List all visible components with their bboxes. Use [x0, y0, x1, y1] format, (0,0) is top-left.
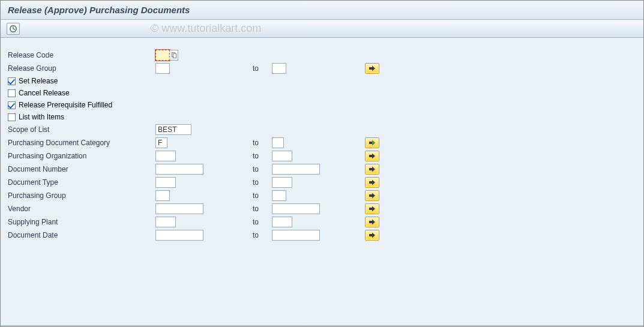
to-label: to [253, 165, 272, 173]
row-set-release: Set Release [7, 75, 637, 87]
execute-button[interactable] [7, 23, 20, 35]
label-release-group: Release Group [7, 64, 155, 73]
doc-number-from-input[interactable] [155, 164, 203, 175]
label-supplying-plant: Supplying Plant [7, 218, 155, 226]
svg-rect-4 [173, 53, 176, 58]
release-group-from-input[interactable] [155, 63, 170, 74]
label-scope-of-list: Scope of List [7, 125, 155, 134]
arrow-right-icon [369, 153, 376, 159]
purch-org-from-input[interactable] [155, 151, 176, 161]
row-release-prereq: Release Prerequisite Fulfilled [7, 99, 637, 111]
purch-org-multi-select-button[interactable] [365, 151, 379, 161]
toolbar: © www.tutorialkart.com [1, 20, 643, 38]
arrow-right-icon [369, 193, 376, 199]
title-bar: Release (Approve) Purchasing Documents [1, 1, 643, 20]
arrow-right-icon [369, 219, 376, 225]
label-set-release: Set Release [19, 77, 58, 85]
label-doc-date: Document Date [7, 231, 155, 239]
label-purch-doc-cat: Purchasing Document Category [7, 139, 155, 147]
vendor-multi-select-button[interactable] [365, 203, 379, 214]
doc-number-multi-select-button[interactable] [365, 164, 379, 175]
purch-group-multi-select-button[interactable] [365, 190, 379, 201]
supplying-plant-multi-select-button[interactable] [365, 217, 379, 227]
arrow-right-icon [369, 166, 376, 172]
search-help-icon [172, 52, 176, 58]
row-purch-org: Purchasing Organization to [7, 149, 637, 162]
purch-doc-cat-multi-select-button[interactable] [365, 137, 379, 148]
label-doc-number: Document Number [7, 165, 155, 173]
set-release-checkbox[interactable] [8, 77, 16, 85]
watermark: © www.tutorialkart.com [151, 22, 261, 35]
release-code-input[interactable] [155, 50, 170, 61]
release-code-f4-button[interactable] [170, 50, 178, 61]
arrow-right-icon [369, 179, 376, 185]
release-prereq-checkbox[interactable] [8, 101, 16, 109]
purch-doc-cat-from-input[interactable] [155, 137, 167, 148]
doc-date-to-input[interactable] [272, 230, 320, 241]
purch-group-from-input[interactable] [155, 190, 170, 201]
doc-type-multi-select-button[interactable] [365, 177, 379, 188]
doc-date-multi-select-button[interactable] [365, 230, 379, 241]
list-with-items-checkbox[interactable] [8, 113, 16, 121]
row-scope-of-list: Scope of List [7, 123, 637, 136]
to-label: to [253, 205, 272, 213]
vendor-from-input[interactable] [155, 203, 203, 214]
selection-screen: Release Code Release Group to Set Releas… [1, 38, 643, 327]
supplying-plant-from-input[interactable] [155, 217, 176, 227]
doc-type-to-input[interactable] [272, 177, 292, 188]
label-doc-type: Document Type [7, 178, 155, 187]
to-label: to [253, 191, 272, 200]
row-release-group: Release Group to [7, 62, 637, 74]
label-vendor: Vendor [7, 205, 155, 213]
label-cancel-release: Cancel Release [19, 89, 70, 97]
to-label: to [253, 139, 272, 147]
doc-date-from-input[interactable] [155, 230, 203, 241]
row-list-with-items: List with Items [7, 111, 637, 123]
row-purch-group: Purchasing Group to [7, 189, 637, 202]
row-purch-doc-cat: Purchasing Document Category to [7, 136, 637, 149]
arrow-right-icon [369, 232, 376, 238]
page-title: Release (Approve) Purchasing Documents [8, 5, 190, 15]
row-vendor: Vendor to [7, 202, 637, 215]
arrow-right-icon [369, 65, 376, 71]
to-label: to [253, 231, 272, 239]
doc-number-to-input[interactable] [272, 164, 320, 175]
row-cancel-release: Cancel Release [7, 87, 637, 99]
purch-group-to-input[interactable] [272, 190, 286, 201]
label-release-prereq: Release Prerequisite Fulfilled [19, 101, 112, 109]
to-label: to [253, 218, 272, 226]
vendor-to-input[interactable] [272, 203, 320, 214]
arrow-right-active-icon [369, 140, 376, 146]
purch-org-to-input[interactable] [272, 151, 292, 161]
cancel-release-checkbox[interactable] [8, 89, 16, 97]
label-purch-org: Purchasing Organization [7, 152, 155, 160]
label-release-code: Release Code [7, 51, 155, 59]
supplying-plant-to-input[interactable] [272, 217, 292, 227]
to-label: to [253, 152, 272, 160]
row-doc-number: Document Number to [7, 163, 637, 175]
clock-icon [9, 25, 17, 33]
svg-line-2 [13, 29, 15, 29]
scope-of-list-input[interactable] [155, 124, 191, 135]
to-label: to [253, 178, 272, 187]
purch-doc-cat-to-input[interactable] [272, 137, 284, 148]
row-doc-type: Document Type to [7, 176, 637, 188]
label-list-with-items: List with Items [19, 113, 64, 121]
doc-type-from-input[interactable] [155, 177, 176, 188]
row-doc-date: Document Date to [7, 229, 637, 241]
arrow-right-icon [369, 206, 376, 212]
release-group-to-input[interactable] [272, 63, 286, 74]
label-purch-group: Purchasing Group [7, 191, 155, 200]
row-release-code: Release Code [7, 49, 637, 61]
to-label: to [253, 64, 272, 73]
row-supplying-plant: Supplying Plant to [7, 215, 637, 228]
release-group-multi-select-button[interactable] [365, 63, 379, 74]
